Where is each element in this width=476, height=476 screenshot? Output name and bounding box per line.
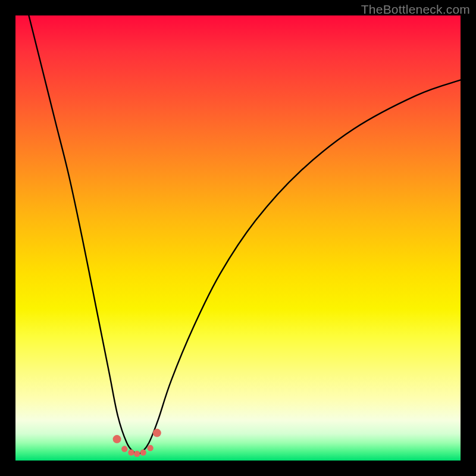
marker-dot — [134, 451, 140, 457]
marker-dot — [153, 429, 161, 437]
marker-dot — [128, 449, 134, 455]
marker-group — [113, 429, 161, 457]
marker-dot — [113, 435, 121, 443]
marker-dot — [121, 446, 127, 452]
marker-dot — [147, 445, 153, 451]
bottleneck-curve-path — [29, 15, 461, 454]
watermark-text: TheBottleneck.com — [361, 2, 470, 17]
marker-dot — [140, 449, 146, 455]
chart-area — [15, 15, 461, 461]
bottleneck-curve-svg — [15, 15, 461, 461]
